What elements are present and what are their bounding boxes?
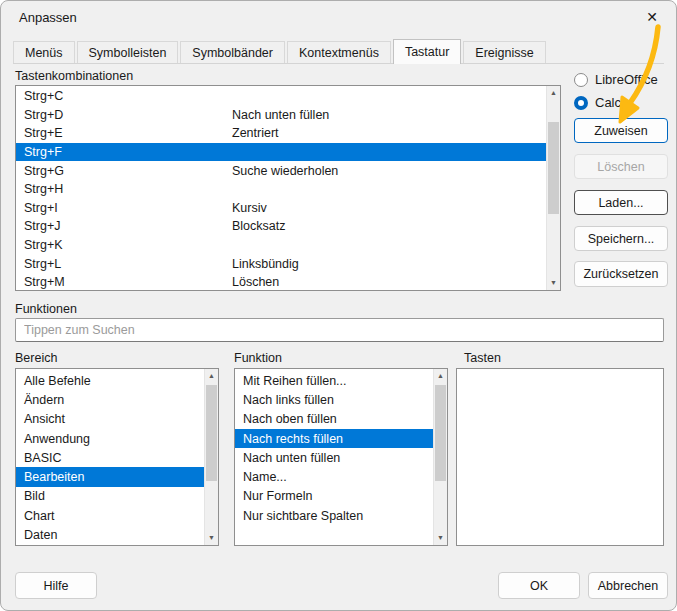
window-title: Anpassen (19, 10, 77, 25)
category-item[interactable]: Bild (16, 487, 204, 506)
ok-button[interactable]: OK (498, 572, 580, 599)
shortcut-action: Kursiv (232, 201, 267, 215)
tab-strip: MenüsSymbolleistenSymbolbänderKontextmen… (13, 41, 664, 64)
category-item[interactable]: Alle Befehle (16, 371, 204, 390)
tab-symbolbaender[interactable]: Symbolbänder (180, 41, 285, 63)
tab-tastatur[interactable]: Tastatur (393, 39, 461, 64)
shortcut-key: Strg+M (16, 275, 232, 289)
scrollbar-thumb[interactable] (548, 122, 559, 214)
keys-list[interactable] (456, 368, 664, 546)
scrollbar-thumb[interactable] (435, 385, 446, 481)
function-item[interactable]: Mit Reihen füllen... (235, 371, 433, 390)
category-item[interactable]: Ändern (16, 390, 204, 409)
shortcut-list[interactable]: Strg+CStrg+DNach unten füllenStrg+EZentr… (15, 85, 561, 291)
shortcut-action: Löschen (232, 275, 279, 289)
scroll-up-icon[interactable]: ▲ (434, 369, 447, 383)
close-button[interactable]: ✕ (630, 1, 674, 33)
scroll-down-icon[interactable]: ▼ (547, 276, 560, 290)
shortcut-key: Strg+L (16, 257, 232, 271)
search-input[interactable] (15, 318, 664, 342)
shortcut-row[interactable]: Strg+K (16, 236, 546, 255)
shortcut-row[interactable]: Strg+C (16, 87, 546, 106)
functions-label: Funktionen (15, 302, 77, 316)
tab-symbolleisten[interactable]: Symbolleisten (77, 41, 179, 63)
shortcut-key: Strg+E (16, 126, 232, 140)
shortcut-row[interactable]: Strg+JBlocksatz (16, 217, 546, 236)
scroll-up-icon[interactable]: ▲ (547, 86, 560, 100)
function-item[interactable]: Nach rechts füllen (235, 429, 433, 448)
shortcut-key: Strg+I (16, 201, 232, 215)
shortcut-key: Strg+G (16, 164, 232, 178)
function-item[interactable]: Name... (235, 467, 433, 486)
delete-button: Löschen (574, 154, 668, 179)
shortcut-row[interactable]: Strg+F (16, 143, 546, 162)
radio-libreoffice-label: LibreOffice (595, 72, 658, 87)
scrollbar-thumb[interactable] (206, 385, 217, 481)
shortcut-action: Blocksatz (232, 219, 286, 233)
shortcut-key: Strg+H (16, 182, 232, 196)
shortcut-row[interactable]: Strg+IKursiv (16, 199, 546, 218)
function-item[interactable]: Nach unten füllen (235, 448, 433, 467)
keys-column-label: Tasten (464, 351, 501, 365)
shortcut-action: Linksbündig (232, 257, 299, 271)
shortcut-key: Strg+F (16, 145, 232, 159)
shortcut-row[interactable]: Strg+MLöschen (16, 273, 546, 291)
tab-ereignisse[interactable]: Ereignisse (463, 41, 545, 63)
shortcut-key: Strg+D (16, 108, 232, 122)
scroll-down-icon[interactable]: ▼ (205, 531, 218, 545)
function-item[interactable]: Nach oben füllen (235, 410, 433, 429)
shortcut-row[interactable]: Strg+H (16, 180, 546, 199)
function-list-scrollbar[interactable]: ▲ ▼ (433, 369, 447, 545)
assign-button[interactable]: Zuweisen (574, 118, 668, 143)
shortcuts-label: Tastenkombinationen (15, 69, 133, 83)
category-column-label: Bereich (15, 351, 57, 365)
tab-menus[interactable]: Menüs (13, 41, 75, 63)
shortcut-key: Strg+C (16, 89, 232, 103)
customize-dialog: Anpassen ✕ MenüsSymbolleistenSymbolbände… (0, 0, 677, 611)
radio-calc-label: Calc (595, 95, 621, 110)
shortcut-row[interactable]: Strg+DNach unten füllen (16, 106, 546, 125)
help-button[interactable]: Hilfe (15, 572, 97, 599)
radio-circle-icon (574, 73, 588, 87)
shortcut-action: Zentriert (232, 126, 279, 140)
category-item[interactable]: BASIC (16, 448, 204, 467)
category-item[interactable]: Chart (16, 506, 204, 525)
close-icon: ✕ (646, 9, 658, 25)
function-item[interactable]: Nur Formeln (235, 487, 433, 506)
shortcut-key: Strg+J (16, 219, 232, 233)
scroll-up-icon[interactable]: ▲ (205, 369, 218, 383)
radio-libreoffice[interactable]: LibreOffice (574, 72, 658, 87)
function-column-label: Funktion (234, 351, 282, 365)
function-list[interactable]: Mit Reihen füllen...Nach links füllenNac… (234, 368, 448, 546)
function-item[interactable]: Nach links füllen (235, 390, 433, 409)
shortcut-row[interactable]: Strg+EZentriert (16, 124, 546, 143)
load-button[interactable]: Laden... (574, 190, 668, 215)
title-bar: Anpassen (1, 1, 676, 33)
tab-kontextmenues[interactable]: Kontextmenüs (287, 41, 391, 63)
category-item[interactable]: Anwendung (16, 429, 204, 448)
cancel-button[interactable]: Abbrechen (588, 572, 668, 599)
shortcut-key: Strg+K (16, 238, 232, 252)
category-list[interactable]: Alle BefehleÄndernAnsichtAnwendungBASICB… (15, 368, 219, 546)
shortcut-row[interactable]: Strg+GSuche wiederholen (16, 161, 546, 180)
scroll-down-icon[interactable]: ▼ (434, 531, 447, 545)
category-item[interactable]: Bearbeiten (16, 467, 204, 486)
shortcut-row[interactable]: Strg+LLinksbündig (16, 254, 546, 273)
radio-checked-icon (574, 96, 588, 110)
shortcut-action: Nach unten füllen (232, 108, 329, 122)
category-item[interactable]: Daten (16, 525, 204, 544)
function-item[interactable]: Nur sichtbare Spalten (235, 506, 433, 525)
category-list-scrollbar[interactable]: ▲ ▼ (204, 369, 218, 545)
shortcut-list-scrollbar[interactable]: ▲ ▼ (546, 86, 560, 290)
reset-button[interactable]: Zurücksetzen (574, 261, 668, 287)
shortcut-action: Suche wiederholen (232, 164, 338, 178)
radio-calc[interactable]: Calc (574, 95, 621, 110)
category-item[interactable]: Ansicht (16, 410, 204, 429)
save-button[interactable]: Speichern... (574, 226, 668, 251)
